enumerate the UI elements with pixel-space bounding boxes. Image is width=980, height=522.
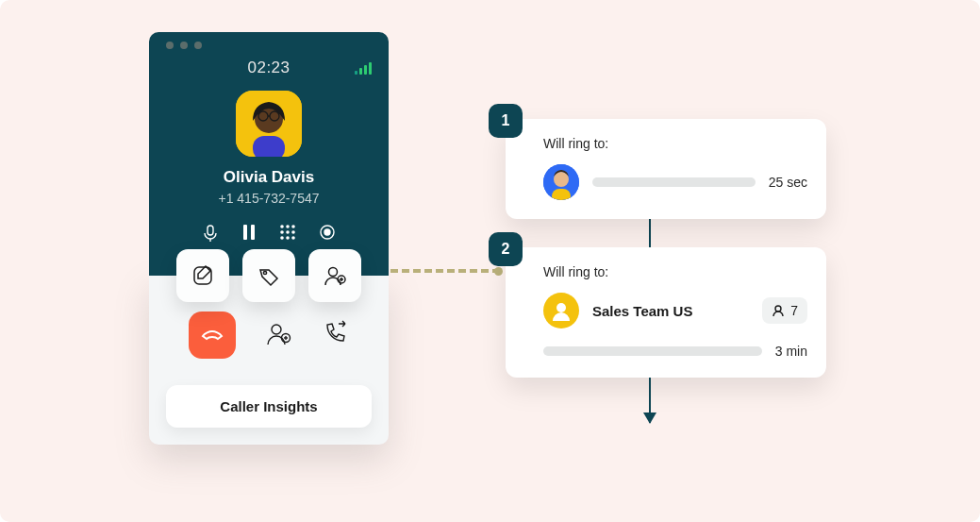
step-title: Will ring to: [543,264,807,279]
flow-step-card: 2 Will ring to: Sales Team US 7 [506,247,826,378]
member-count: 7 [790,303,798,318]
record-icon[interactable] [320,225,335,242]
step-title: Will ring to: [543,136,807,151]
svg-point-16 [280,236,284,240]
team-name: Sales Team US [592,303,749,319]
mini-action-row [166,225,372,242]
flow-container: 1 Will ring to: 25 sec 2 Will ring to: [506,119,826,423]
svg-point-13 [280,230,284,234]
svg-point-22 [263,271,266,274]
svg-point-23 [329,268,338,277]
big-action-row [166,312,372,359]
svg-point-14 [286,230,290,234]
svg-point-20 [324,229,330,235]
window-controls [166,32,372,55]
caller-insights-button[interactable]: Caller Insights [166,385,372,428]
svg-rect-8 [243,225,247,240]
call-header: 02:23 Olivia Davis +1 415-732-7547 [149,32,389,276]
svg-rect-9 [251,225,255,240]
svg-point-18 [291,236,295,240]
signal-icon [355,62,372,75]
mute-icon[interactable] [203,225,218,242]
person-icon [772,304,785,317]
square-action-row [149,249,389,302]
pause-icon[interactable] [242,225,256,242]
window-control-dot [166,42,174,49]
illustration-stage: 02:23 Olivia Davis +1 415-732-7547 [0,0,980,522]
window-control-dot [180,42,188,49]
svg-rect-33 [552,189,571,200]
step-badge: 1 [489,104,523,138]
connector-dot [494,267,503,276]
svg-point-12 [291,225,295,228]
svg-point-27 [272,325,281,334]
dialpad-icon[interactable] [280,225,295,242]
add-person-button[interactable] [308,249,361,302]
step-team-row: Sales Team US 7 [543,293,807,328]
step-duration: 25 sec [769,175,807,190]
svg-point-10 [280,225,284,228]
caller-number: +1 415-732-7547 [166,191,372,206]
caller-name: Olivia Davis [166,168,372,187]
progress-bar [543,346,762,356]
arrow-down-icon [649,378,651,423]
agent-avatar [543,164,579,200]
caller-avatar [236,91,302,157]
step-row: 25 sec [543,164,807,200]
connector-dashed [390,269,500,273]
note-button[interactable] [176,249,229,302]
progress-bar [592,177,756,187]
team-avatar [543,293,579,328]
flow-step-card: 1 Will ring to: 25 sec [506,119,826,219]
svg-rect-2 [253,136,285,157]
hangup-button[interactable] [189,312,236,359]
transfer-call-icon[interactable] [321,319,349,351]
svg-point-35 [775,306,781,312]
svg-point-15 [291,230,295,234]
svg-point-17 [286,236,290,240]
svg-point-34 [556,303,566,312]
step-row: 3 min [543,344,807,359]
svg-point-11 [286,225,290,228]
call-timer: 02:23 [247,59,290,77]
step-duration: 3 min [775,344,807,359]
tag-button[interactable] [242,249,295,302]
svg-rect-6 [208,226,213,235]
add-contact-icon[interactable] [264,319,292,351]
member-count-pill: 7 [762,297,807,324]
vertical-connector [649,219,651,247]
timer-row: 02:23 [166,59,372,77]
call-widget: 02:23 Olivia Davis +1 415-732-7547 [149,32,389,445]
window-control-dot [194,42,202,49]
step-badge: 2 [489,232,523,266]
